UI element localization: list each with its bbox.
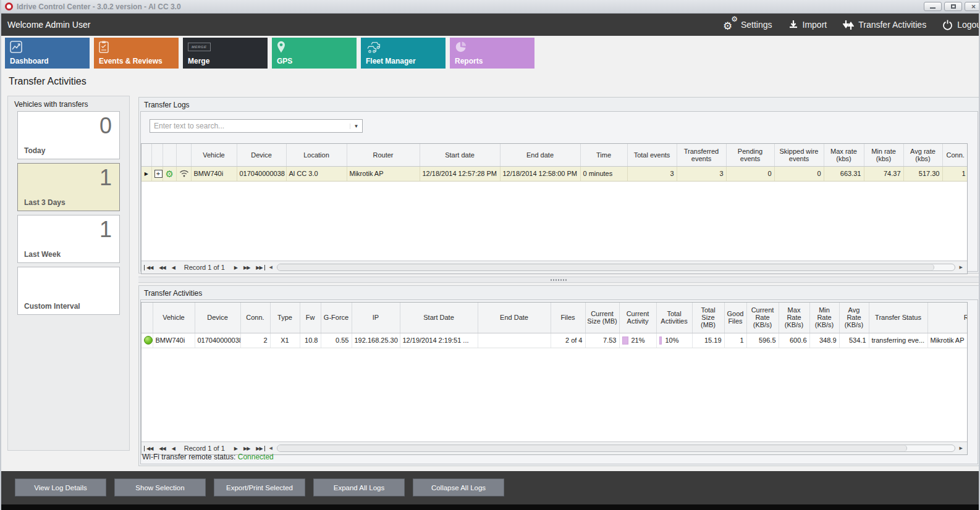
col-files[interactable]: Files [551, 303, 585, 333]
clipboard-icon [99, 41, 109, 53]
col-ip[interactable]: IP [352, 303, 400, 333]
tab-reports[interactable]: Reports [450, 38, 534, 69]
col-device[interactable]: Device [195, 303, 240, 333]
col-device[interactable]: Device [237, 144, 286, 166]
settings-button[interactable]: ⚙⚙ Settings [723, 19, 772, 31]
col-transferred-events[interactable]: Transferred events [677, 144, 726, 166]
scrollbar-thumb[interactable] [277, 264, 934, 270]
col-pending-events[interactable]: Pending events [726, 144, 774, 166]
expand-row-button[interactable]: + [154, 170, 163, 178]
col-g-force[interactable]: G-Force [321, 303, 352, 333]
col-min-rate[interactable]: Min rate (kbs) [864, 144, 903, 166]
nav-prev-page-icon[interactable]: ◀◀ [157, 265, 167, 270]
col-wifi [176, 144, 191, 166]
col-avg-rate[interactable]: Avg rate (kbs) [903, 144, 942, 166]
expand-all-logs-button[interactable]: Expand All Logs [313, 479, 405, 496]
col-total-events[interactable]: Total events [627, 144, 677, 166]
filter-card-last-week[interactable]: 1 Last Week [17, 215, 120, 263]
minimize-button[interactable] [924, 2, 942, 11]
col-fw[interactable]: Fw [300, 303, 321, 333]
horizontal-scrollbar[interactable] [277, 445, 955, 452]
transfer-log-row[interactable]: ▶ + ⚙ BMW740i 017040000038 Al CC [142, 166, 968, 181]
filter-card-today[interactable]: 0 Today [17, 111, 120, 159]
transfer-activities-button[interactable]: Transfer Activities [843, 20, 926, 30]
col-gear [163, 144, 176, 166]
horizontal-scrollbar[interactable] [277, 264, 955, 271]
filter-card-custom-interval[interactable]: Custom Interval [17, 267, 120, 315]
col-conn[interactable]: Conn. [942, 144, 968, 166]
nav-last-icon[interactable]: ▶▶ [254, 265, 264, 270]
col-vehicle[interactable]: Vehicle [153, 303, 195, 333]
col-end-date[interactable]: End Date [478, 303, 551, 333]
panel-splitter[interactable] [138, 277, 980, 283]
col-current-size[interactable]: Current Size (MB) [585, 303, 619, 333]
col-skipped-wire-events[interactable]: Skipped wire events [774, 144, 824, 166]
view-log-details-button[interactable]: View Log Details [15, 479, 106, 496]
search-dropdown-icon[interactable]: ▼ [350, 123, 362, 129]
show-selection-button[interactable]: Show Selection [114, 479, 206, 496]
col-total-size[interactable]: Total Size (MB) [692, 303, 724, 333]
grid-empty-area [142, 348, 967, 442]
import-button[interactable]: Import [788, 20, 827, 30]
nav-prev-page-icon[interactable]: ◀◀ [157, 446, 167, 451]
nav-next-icon[interactable]: ▶ [232, 265, 239, 270]
col-start-date[interactable]: Start Date [400, 303, 478, 333]
cell-transferred-events: 3 [677, 166, 726, 181]
window-titlebar[interactable]: Idrive Control Center - 3.0.2 version - … [1, 0, 979, 14]
search-input[interactable] [150, 122, 350, 130]
col-location[interactable]: Location [286, 144, 347, 166]
cell-max-rate: 663.31 [824, 166, 864, 181]
maximize-button[interactable] [944, 2, 962, 11]
col-current-activity[interactable]: Current Activity [619, 303, 656, 333]
col-time[interactable]: Time [580, 144, 627, 166]
col-conn[interactable]: Conn. [240, 303, 270, 333]
col-type[interactable]: Type [270, 303, 300, 333]
tab-fleet-manager[interactable]: Fleet Manager [361, 38, 446, 69]
col-transfer-status[interactable]: Transfer Status [869, 303, 927, 333]
transfer-activity-row[interactable]: BMW740i 017040000038 2 X1 10.8 0.55 192.… [142, 333, 968, 348]
tab-dashboard[interactable]: Dashboard [5, 38, 90, 69]
nav-last-icon[interactable]: ▶▶ [254, 446, 264, 451]
nav-next-page-icon[interactable]: ▶▶ [242, 265, 251, 270]
logout-button[interactable]: Logout [942, 20, 980, 30]
tab-merge[interactable]: MERGE Merge [183, 38, 268, 69]
col-router[interactable]: Router [927, 303, 968, 333]
tab-gps[interactable]: GPS [272, 38, 357, 69]
col-total-activities[interactable]: Total Activities [656, 303, 692, 333]
cell-device: 017040000038 [195, 333, 240, 348]
col-max-rate[interactable]: Max rate (kbs) [824, 144, 864, 166]
cell-end-date: 12/18/2014 12:58:00 PM [500, 166, 580, 181]
col-good-files[interactable]: Good Files [724, 303, 746, 333]
scroll-left-icon[interactable]: ◀ [268, 265, 274, 270]
col-max-rate[interactable]: Max Rate (KB/s) [779, 303, 809, 333]
scrollbar-thumb[interactable] [277, 445, 907, 451]
col-router[interactable]: Router [347, 144, 420, 166]
nav-prev-icon[interactable]: ◀ [170, 265, 177, 270]
wifi-transfer-status: Wi-Fi transfer remote status: Connected [142, 453, 274, 461]
nav-prev-icon[interactable]: ◀ [170, 446, 177, 451]
cell-max-rate: 600.6 [779, 333, 809, 348]
export-print-selected-button[interactable]: Export/Print Selected [214, 479, 305, 496]
cell-start-date: 12/19/2014 2:19:51 ... [400, 333, 478, 348]
cell-current-size: 7.53 [585, 333, 619, 348]
nav-first-icon[interactable]: ◀◀ [144, 265, 154, 270]
collapse-all-logs-button[interactable]: Collapse All Logs [413, 479, 504, 496]
filter-card-last-3-days[interactable]: 1 Last 3 Days [17, 163, 120, 211]
col-start-date[interactable]: Start date [420, 144, 500, 166]
scroll-right-icon[interactable]: ▶ [958, 446, 965, 451]
col-end-date[interactable]: End date [500, 144, 580, 166]
nav-first-icon[interactable]: ◀◀ [144, 446, 154, 451]
tab-events-reviews[interactable]: Events & Reviews [94, 38, 179, 69]
col-min-rate[interactable]: Min Rate (KB/s) [809, 303, 839, 333]
nav-next-page-icon[interactable]: ▶▶ [242, 446, 251, 451]
nav-next-icon[interactable]: ▶ [232, 446, 239, 451]
scroll-right-icon[interactable]: ▶ [958, 265, 965, 270]
scroll-left-icon[interactable]: ◀ [268, 446, 274, 451]
close-button[interactable]: ✕ [965, 2, 980, 11]
app-logo-icon [5, 2, 13, 10]
col-vehicle[interactable]: Vehicle [191, 144, 237, 166]
col-avg-rate[interactable]: Avg Rate (KB/s) [839, 303, 869, 333]
col-current-rate[interactable]: Current Rate (KB/s) [746, 303, 779, 333]
cell-time: 0 minutes [580, 166, 627, 181]
transfer-arrows-icon [843, 20, 854, 30]
